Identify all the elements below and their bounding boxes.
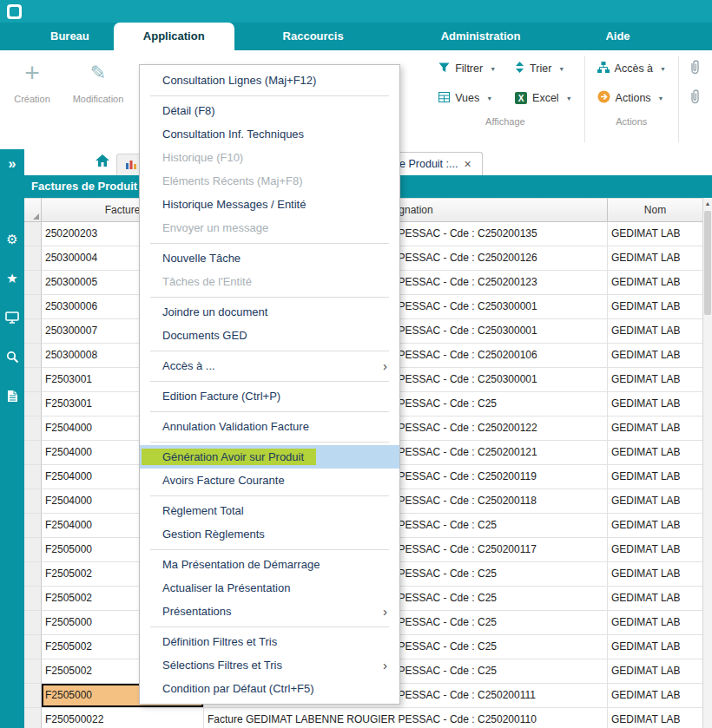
menu-item[interactable]: Condition par Défaut (Ctrl+F5): [140, 677, 399, 700]
row-selector[interactable]: [24, 416, 42, 441]
cell-nom[interactable]: GEDIMAT LAB: [608, 465, 703, 489]
paperclip-icon: [689, 59, 701, 78]
row-selector[interactable]: [24, 489, 42, 514]
cell-nom[interactable]: GEDIMAT LAB: [608, 319, 703, 344]
close-icon[interactable]: ×: [464, 158, 471, 170]
cell-nom[interactable]: GEDIMAT LAB: [608, 246, 703, 271]
menu-item[interactable]: Règlement Total: [140, 499, 399, 522]
menu-item[interactable]: Joindre un document: [140, 300, 399, 324]
monitor-icon[interactable]: [0, 309, 24, 326]
select-all-corner[interactable]: [24, 198, 42, 222]
menubar-item-application[interactable]: Application: [114, 23, 234, 50]
cell-facture[interactable]: F250500022: [42, 708, 204, 728]
menu-item[interactable]: Consultation Lignes (Maj+F12): [140, 69, 399, 92]
row-selector[interactable]: [24, 344, 42, 368]
menu-item[interactable]: Accès à ...›: [140, 354, 399, 377]
trier-button[interactable]: Trier ▼: [506, 54, 581, 83]
attach-document-button[interactable]: [682, 54, 707, 83]
cell-nom[interactable]: GEDIMAT LAB: [608, 708, 703, 728]
menu-item[interactable]: Détail (F8): [140, 99, 399, 122]
document-icon[interactable]: [0, 387, 24, 404]
menubar-item-administration[interactable]: Administration: [417, 23, 545, 50]
menu-item[interactable]: Actualiser la Présentation: [140, 576, 399, 600]
cell-nom[interactable]: GEDIMAT LAB: [608, 441, 703, 465]
row-selector[interactable]: [24, 611, 42, 635]
row-selector[interactable]: [24, 684, 42, 708]
row-selector[interactable]: [24, 635, 42, 659]
scroll-up-icon[interactable]: ▲: [703, 198, 712, 209]
menu-item[interactable]: Gestion Règlements: [140, 522, 399, 546]
row-selector[interactable]: [24, 562, 42, 587]
row-selector[interactable]: [24, 514, 42, 538]
attach-document-button-2[interactable]: [682, 83, 707, 113]
table-row[interactable]: F250500022Facture GEDIMAT LABENNE ROUGIE…: [24, 708, 712, 728]
cell-nom[interactable]: GEDIMAT LAB: [608, 368, 703, 392]
menu-item[interactable]: Historique Messages / Entité: [140, 193, 399, 216]
cell-nom[interactable]: GEDIMAT LAB: [608, 587, 703, 611]
search-icon[interactable]: [0, 348, 24, 365]
row-selector[interactable]: [24, 295, 42, 319]
menu-item[interactable]: Consultation Inf. Techniques: [140, 122, 399, 146]
row-selector[interactable]: [24, 538, 42, 562]
row-selector[interactable]: [24, 441, 42, 465]
excel-button[interactable]: Excel ▼: [506, 83, 581, 113]
vues-button[interactable]: Vues ▼: [430, 83, 504, 113]
row-selector[interactable]: [24, 271, 42, 295]
cell-nom[interactable]: GEDIMAT LAB: [608, 684, 703, 708]
row-selector[interactable]: [24, 587, 42, 611]
row-selector[interactable]: [24, 708, 42, 728]
menu-item-label: Historique (F10): [162, 151, 243, 164]
row-selector[interactable]: [24, 246, 42, 271]
menu-item[interactable]: Documents GED: [140, 324, 399, 347]
menu-item-label: Gestion Règlements: [162, 528, 265, 541]
cell-nom[interactable]: GEDIMAT LAB: [608, 489, 703, 514]
menu-item: Envoyer un message: [140, 216, 399, 239]
vertical-scrollbar[interactable]: ▲: [702, 198, 712, 728]
gear-icon[interactable]: ⚙: [0, 231, 24, 248]
menu-item[interactable]: Annulation Validation Facture: [140, 415, 399, 438]
cell-nom[interactable]: GEDIMAT LAB: [608, 392, 703, 416]
row-selector[interactable]: [24, 659, 42, 684]
menu-item[interactable]: Génération Avoir sur Produit: [140, 445, 399, 469]
cell-nom[interactable]: GEDIMAT LAB: [608, 611, 703, 635]
menu-item[interactable]: Nouvelle Tâche: [140, 246, 399, 270]
cell-nom[interactable]: GEDIMAT LAB: [608, 659, 703, 684]
cell-nom[interactable]: GEDIMAT LAB: [608, 562, 703, 587]
menubar-item-raccourcis[interactable]: Raccourcis: [259, 23, 368, 50]
column-header-nom[interactable]: Nom: [608, 198, 703, 222]
acces-a-button[interactable]: Accès à ▼: [589, 54, 675, 83]
cell-nom[interactable]: GEDIMAT LAB: [608, 344, 703, 368]
row-selector[interactable]: [24, 368, 42, 392]
cell-nom[interactable]: GEDIMAT LAB: [608, 416, 703, 441]
row-selector[interactable]: [24, 465, 42, 489]
row-selector[interactable]: [24, 319, 42, 344]
cell-nom[interactable]: GEDIMAT LAB: [608, 222, 703, 246]
menu-item-label: Actualiser la Présentation: [162, 581, 290, 594]
cell-nom[interactable]: GEDIMAT LAB: [608, 271, 703, 295]
cell-nom[interactable]: GEDIMAT LAB: [608, 514, 703, 538]
menubar-item-bureau[interactable]: Bureau: [26, 23, 114, 50]
menu-item[interactable]: Définition Filtres et Tris: [140, 630, 399, 653]
menu-item[interactable]: Edition Facture (Ctrl+P): [140, 384, 399, 408]
cell-nom[interactable]: GEDIMAT LAB: [608, 295, 703, 319]
actions-button[interactable]: Actions ▼: [589, 83, 675, 113]
menu-item-label: Historique Messages / Entité: [162, 198, 306, 211]
menu-item[interactable]: Avoirs Facture Courante: [140, 469, 399, 492]
app-icon[interactable]: [7, 4, 22, 19]
row-selector[interactable]: [24, 222, 42, 246]
cell-nom[interactable]: GEDIMAT LAB: [608, 538, 703, 562]
menu-item[interactable]: Présentations›: [140, 600, 399, 623]
scrollbar-thumb[interactable]: [704, 211, 711, 315]
row-selector[interactable]: [24, 392, 42, 416]
menu-item[interactable]: Sélections Filtres et Tris›: [140, 653, 399, 677]
menu-item[interactable]: Ma Présentation de Démarrage: [140, 553, 399, 576]
cell-designation[interactable]: Facture GEDIMAT LABENNE ROUGIER PESSAC -…: [204, 708, 608, 728]
home-icon[interactable]: [96, 154, 109, 170]
star-icon[interactable]: ★: [0, 270, 24, 287]
menubar-item-aide[interactable]: Aide: [588, 23, 647, 50]
submenu-arrow-icon: ›: [383, 358, 387, 373]
menu-item-label: Sélections Filtres et Tris: [162, 659, 282, 672]
filtrer-button[interactable]: Filtrer ▼: [430, 54, 504, 83]
cell-nom[interactable]: GEDIMAT LAB: [608, 635, 703, 659]
chevrons-right-icon[interactable]: »: [0, 156, 24, 172]
